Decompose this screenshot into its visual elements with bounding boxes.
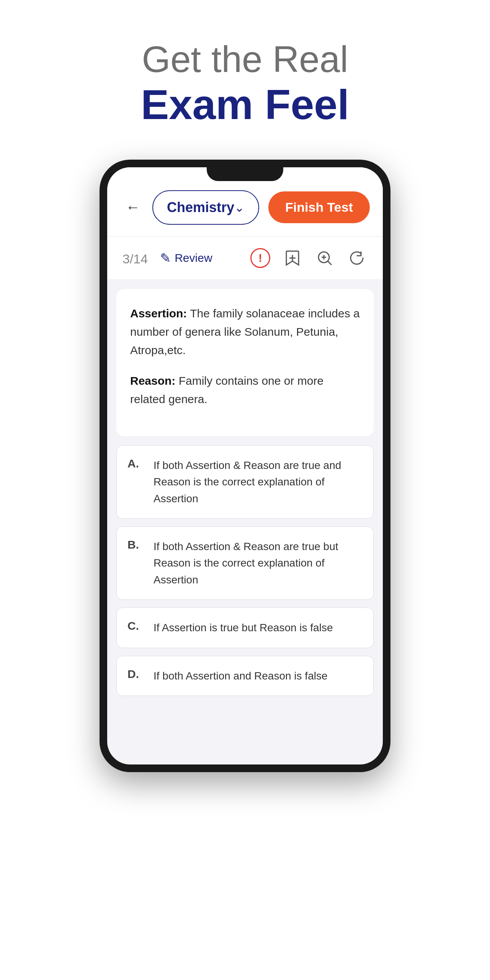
hero-section: Get the Real Exam Feel bbox=[141, 38, 349, 129]
alert-button[interactable]: ! bbox=[250, 247, 271, 269]
phone-mockup: ← Chemistry ⌄ Finish Test 3/14 ✎ Review … bbox=[100, 160, 390, 772]
phone-notch bbox=[207, 167, 283, 181]
assertion-text: Assertion: The family solanaceae include… bbox=[130, 304, 360, 359]
option-item-1[interactable]: B.If both Assertion & Reason are true bu… bbox=[116, 526, 374, 600]
option-letter-1: B. bbox=[127, 538, 143, 551]
bookmark-icon bbox=[285, 250, 300, 266]
phone-screen: ← Chemistry ⌄ Finish Test 3/14 ✎ Review … bbox=[107, 167, 383, 764]
zoom-icon bbox=[316, 250, 333, 266]
finish-test-button[interactable]: Finish Test bbox=[268, 191, 370, 223]
option-letter-2: C. bbox=[127, 619, 143, 632]
edit-icon: ✎ bbox=[160, 250, 171, 266]
option-item-0[interactable]: A.If both Assertion & Reason are true an… bbox=[116, 445, 374, 519]
alert-icon: ! bbox=[250, 248, 270, 268]
refresh-icon bbox=[348, 250, 365, 266]
option-letter-0: A. bbox=[127, 457, 143, 470]
current-question: 3 bbox=[122, 252, 130, 266]
option-text-0: If both Assertion & Reason are true and … bbox=[154, 457, 363, 507]
svg-line-3 bbox=[328, 261, 332, 265]
option-text-1: If both Assertion & Reason are true but … bbox=[154, 538, 363, 588]
hero-line2: Exam Feel bbox=[141, 80, 349, 129]
review-label: Review bbox=[175, 252, 212, 265]
assertion-label: Assertion: bbox=[130, 307, 187, 320]
options-list: A.If both Assertion & Reason are true an… bbox=[116, 445, 374, 696]
option-item-3[interactable]: D.If both Assertion and Reason is false bbox=[116, 656, 374, 696]
toolbar-icons: ! bbox=[250, 247, 368, 269]
subject-label: Chemistry bbox=[167, 199, 234, 216]
back-button[interactable]: ← bbox=[122, 196, 143, 219]
question-counter: 3/14 bbox=[122, 249, 148, 267]
question-content: Assertion: The family solanaceae include… bbox=[116, 289, 374, 436]
review-button[interactable]: ✎ Review bbox=[160, 250, 212, 266]
chevron-down-icon: ⌄ bbox=[234, 200, 245, 215]
subject-dropdown[interactable]: Chemistry ⌄ bbox=[152, 190, 259, 225]
bookmark-button[interactable] bbox=[282, 247, 303, 269]
reason-text: Reason: Family contains one or more rela… bbox=[130, 372, 360, 408]
question-bar: 3/14 ✎ Review ! bbox=[107, 237, 383, 280]
option-letter-3: D. bbox=[127, 668, 143, 681]
reason-label: Reason: bbox=[130, 374, 175, 387]
refresh-button[interactable] bbox=[346, 247, 368, 269]
total-questions: /14 bbox=[130, 252, 148, 266]
hero-line1: Get the Real bbox=[141, 38, 349, 80]
zoom-button[interactable] bbox=[314, 247, 335, 269]
option-text-3: If both Assertion and Reason is false bbox=[154, 668, 328, 684]
option-item-2[interactable]: C.If Assertion is true but Reason is fal… bbox=[116, 608, 374, 648]
option-text-2: If Assertion is true but Reason is false bbox=[154, 619, 333, 636]
